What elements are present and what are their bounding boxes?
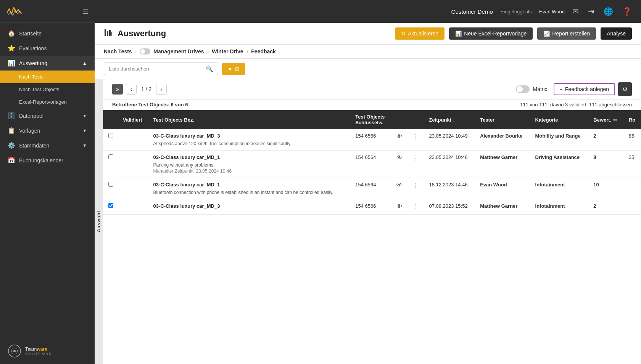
page-info: 1 / 2 [140, 86, 153, 92]
row-eye-cell[interactable]: 👁 [392, 129, 408, 151]
sidebar-item-excel-reportvorlagen[interactable]: Excel-Reportvorlagen [0, 96, 95, 108]
sidebar-item-stammdaten[interactable]: ⚙️ Stammdaten ▼ [0, 138, 95, 153]
neue-excel-button[interactable]: 📊 Neue Excel-Reportvorlage [449, 27, 533, 40]
row-validated [118, 199, 149, 215]
matrix-toggle[interactable] [516, 85, 530, 93]
more-icon[interactable]: ⋮ [413, 182, 419, 189]
globe-icon[interactable]: 🌐 [602, 5, 615, 18]
expand-button[interactable]: » [112, 84, 123, 95]
sidebar-item-auswertung[interactable]: 📊 Auswertung ▲ [0, 56, 95, 71]
breadcrumb-nach-tests[interactable]: Nach Tests [104, 48, 132, 55]
home-icon: 🏠 [8, 30, 14, 37]
table-row: 03-C-Class luxury car_MD_3 154 6566 👁 ⋮ … [103, 199, 641, 215]
col-checkbox [103, 110, 118, 129]
current-page: 1 [141, 86, 144, 92]
row-eye-cell[interactable]: 👁 [392, 151, 408, 178]
filter-button[interactable]: ▼ ⊟ [222, 63, 245, 75]
sidebar-item-label: Evaluations [19, 45, 47, 51]
row-ro [624, 178, 641, 199]
feedback-anlegen-button[interactable]: + Feedback anlegen [554, 83, 615, 95]
sidebar-item-nach-test-objects[interactable]: Nach Test Objects [0, 83, 95, 96]
col-bewertung[interactable]: Bewert. ⇔ [589, 110, 624, 129]
logged-in-label: Eingeloggt als: [501, 9, 533, 14]
auswahl-column: Auswahl [95, 79, 103, 364]
row-key: 154 6566 [351, 199, 392, 215]
sidebar-item-vorlagen[interactable]: 📋 Vorlagen ▼ [0, 123, 95, 138]
sidebar-sub-label: Nach Tests [19, 74, 43, 80]
sidebar-item-datenpool[interactable]: 🗄️ Datenpool ▼ [0, 108, 95, 123]
row-rating: 2 [589, 129, 624, 151]
analyse-button[interactable]: Analyse [601, 27, 632, 40]
content-area: Auswertung ↻ Aktualisieren 📊 Neue Excel-… [95, 23, 641, 364]
breadcrumb-winter-drive[interactable]: Winter Drive [212, 48, 243, 55]
more-icon[interactable]: ⋮ [413, 133, 419, 140]
eye-icon[interactable]: 👁 [396, 154, 403, 161]
matrix-label-text: Matrix [533, 86, 547, 92]
col-test-objects-key[interactable]: Test ObjectsSchlüsselw. [351, 110, 392, 129]
svg-point-2 [13, 350, 16, 352]
row-checkbox[interactable] [108, 182, 113, 187]
row-category: Infotainment [531, 178, 589, 199]
user-name: Evan Wood [539, 9, 565, 14]
col-tester[interactable]: Tester [475, 110, 530, 129]
row-dots-cell[interactable]: ⋮ [408, 199, 425, 215]
sidebar-item-label: Auswertung [19, 60, 47, 66]
row-checkbox[interactable] [108, 154, 113, 159]
row-dots-cell[interactable]: ⋮ [408, 151, 425, 178]
sidebar-item-startseite[interactable]: 🏠 Startseite [0, 26, 95, 41]
row-dots-cell[interactable]: ⋮ [408, 178, 425, 199]
help-icon[interactable]: ❓ [621, 5, 633, 18]
sidebar: ☰ 🏠 Startseite ⭐ Evaluations 📊 Auswertun… [0, 0, 95, 364]
row-ro: 25 [624, 151, 641, 178]
table-row: 03-C-Class luxury car_MD_1 Parking witho… [103, 151, 641, 178]
chevron-down-icon: ▼ [82, 143, 87, 148]
aktualisieren-button[interactable]: ↻ Aktualisieren [395, 27, 445, 40]
report-erstellen-button[interactable]: 📈 Report erstellen [537, 27, 596, 40]
breadcrumb-sep-3: › [246, 48, 248, 55]
sidebar-item-buchungskalender[interactable]: 📅 Buchungskalender [0, 153, 95, 168]
eye-icon[interactable]: 👁 [396, 182, 403, 188]
more-icon[interactable]: ⋮ [413, 204, 419, 210]
menu-toggle-icon[interactable]: ☰ [82, 7, 89, 16]
management-drives-toggle[interactable] [140, 48, 150, 55]
prev-page-button[interactable]: ‹ [126, 84, 137, 95]
search-input[interactable] [109, 66, 203, 72]
settings-button[interactable]: ⚙ [618, 82, 632, 96]
row-checkbox[interactable] [108, 203, 113, 208]
sidebar-item-evaluations[interactable]: ⭐ Evaluations [0, 41, 95, 56]
row-eye-cell[interactable]: 👁 [392, 199, 408, 215]
row-checkbox-cell [103, 151, 118, 178]
row-datetime: 18.12.2023 14:46 [424, 178, 475, 199]
col-zeitpunkt[interactable]: Zeitpunkt ↓ [424, 110, 475, 129]
more-icon[interactable]: ⋮ [413, 155, 419, 161]
row-rating: 10 [589, 178, 624, 199]
col-kategorie[interactable]: Kategorie [531, 110, 589, 129]
mail-icon[interactable]: ✉ [571, 5, 580, 18]
next-page-button[interactable]: › [156, 84, 167, 95]
table-row: 03-C-Class luxury car_MD_3 At speeds abo… [103, 129, 641, 151]
star-icon: ⭐ [8, 45, 14, 52]
sidebar-item-nach-tests[interactable]: Nach Tests [0, 71, 95, 83]
row-checkbox[interactable] [108, 133, 113, 138]
search-box[interactable]: 🔍 [104, 63, 218, 75]
col-validiert: Validiert [118, 110, 149, 129]
customer-name: Customer Demo [451, 8, 493, 15]
col-test-objects-bez[interactable]: Test Objects Bez. [149, 110, 351, 129]
row-dots-cell[interactable]: ⋮ [408, 129, 425, 151]
breadcrumb-feedback[interactable]: Feedback [251, 48, 276, 55]
stats-left: Betroffene Test Objects: 6 von 6 [112, 102, 188, 107]
database-icon: 🗄️ [8, 112, 14, 119]
eye-icon[interactable]: 👁 [396, 133, 403, 140]
row-eye-cell[interactable]: 👁 [392, 178, 408, 199]
row-key: 154 6566 [351, 129, 392, 151]
logout-icon[interactable]: ⇥ [586, 5, 596, 18]
page-title: Auswertung [118, 29, 390, 38]
eye-icon[interactable]: 👁 [396, 203, 403, 210]
chevron-down-icon: ▼ [82, 128, 87, 133]
sidebar-item-label: Datenpool [19, 113, 43, 119]
breadcrumb-management-drives[interactable]: Management Drives [153, 48, 204, 55]
row-tester: Matthew Garner [475, 151, 530, 178]
row-tester: Matthew Garner [475, 199, 530, 215]
matrix-toggle-group: Matrix [516, 85, 547, 93]
pagination-bar: » ‹ 1 / 2 › Matrix + [103, 79, 641, 99]
